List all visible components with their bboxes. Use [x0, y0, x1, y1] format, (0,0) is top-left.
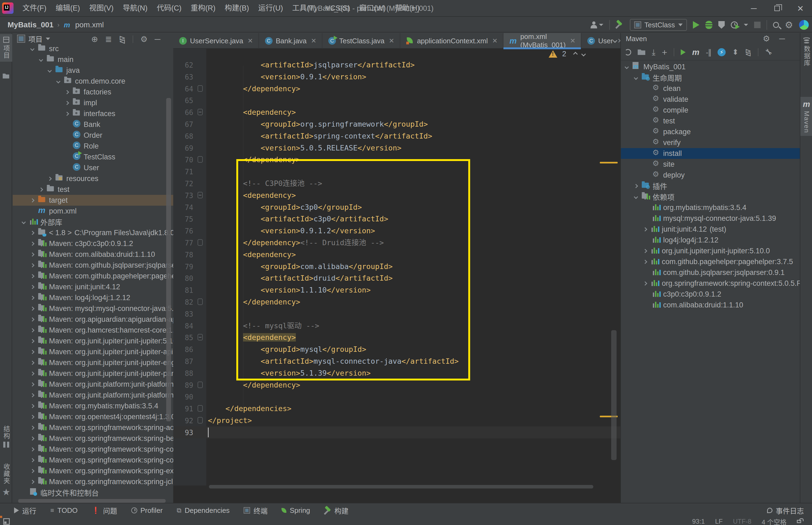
chevron-right-icon[interactable]	[30, 317, 35, 321]
project-tree-row[interactable]: Maven: org.springframework:spring-conte	[13, 444, 173, 455]
tool-window-button-0[interactable]: 运行	[14, 506, 36, 515]
chevron-down-icon[interactable]	[30, 47, 35, 51]
editor-tab-bank-java[interactable]: CBank.java✕	[259, 33, 322, 49]
chevron-right-icon[interactable]	[30, 339, 35, 343]
fold-marker-icon[interactable]	[198, 299, 203, 305]
user-account-button[interactable]	[590, 21, 603, 28]
chevron-right-icon[interactable]	[48, 177, 52, 181]
maven-reload-icon[interactable]	[625, 49, 631, 56]
menu-item-5[interactable]: 重构(R)	[186, 0, 220, 16]
maven-skip-tests-icon[interactable]: -∥	[706, 48, 711, 57]
restore-button[interactable]	[765, 0, 789, 17]
chevron-right-icon[interactable]	[30, 263, 35, 267]
project-tree-row[interactable]: CRole	[13, 141, 173, 152]
editor-tab-testclass-java[interactable]: CTestClass.java✕	[322, 33, 400, 49]
chevron-right-icon[interactable]	[30, 436, 35, 440]
stripe-tab-database[interactable]: 数据库	[802, 38, 811, 66]
chevron-right-icon[interactable]	[643, 281, 647, 285]
maven-tree-row[interactable]: ⚙test	[621, 116, 800, 126]
maven-tree-row[interactable]: ⚙compile	[621, 105, 800, 116]
maven-tree-row[interactable]: MyBatis_001	[621, 61, 800, 72]
menu-item-0[interactable]: 文件(F)	[18, 0, 51, 16]
maven-collapse-all-icon[interactable]: ⧎	[745, 48, 751, 56]
maven-tree-row[interactable]: ⚙install	[621, 148, 800, 159]
chevron-right-icon[interactable]	[30, 371, 35, 376]
maven-expand-all-icon[interactable]: ⬍	[732, 48, 738, 56]
stripe-tab-favorites[interactable]: 收藏夹 ★	[1, 463, 11, 497]
project-tree-row[interactable]: Maven: mysql:mysql-connector-java:5.1.3	[13, 303, 173, 314]
search-everywhere-icon[interactable]	[773, 22, 779, 28]
chevron-down-icon[interactable]	[634, 195, 638, 199]
maven-tree-row[interactable]: org.junit.jupiter:junit-jupiter:5.10.0	[621, 245, 800, 256]
tool-window-button-7[interactable]: 构建	[324, 506, 349, 515]
project-tree-row[interactable]: Maven: org.junit.jupiter:junit-jupiter-e…	[13, 357, 173, 368]
chevron-right-icon[interactable]	[30, 415, 35, 419]
chevron-right-icon[interactable]	[30, 328, 35, 332]
close-icon[interactable]: ✕	[389, 37, 394, 45]
build-hammer-icon[interactable]	[616, 21, 624, 29]
close-button[interactable]: ✕	[789, 0, 812, 17]
project-tree-row[interactable]: main	[13, 54, 173, 65]
project-tree-row[interactable]: mpom.xml	[13, 206, 173, 216]
chevron-down-icon[interactable]	[56, 79, 61, 83]
close-icon[interactable]: ✕	[570, 37, 575, 45]
collapse-all-icon[interactable]: ⧎	[119, 35, 125, 43]
expand-all-icon[interactable]: ≣	[105, 35, 112, 43]
run-button[interactable]	[693, 21, 700, 29]
project-tree-row[interactable]: CUser	[13, 162, 173, 173]
project-tree-row[interactable]: Maven: org.junit.platform:junit-platform…	[13, 390, 173, 401]
file-encoding[interactable]: UTF-8	[733, 518, 751, 525]
maven-tree-row[interactable]: log4j:log4j:1.2.12	[621, 235, 800, 245]
chevron-right-icon[interactable]	[30, 447, 35, 451]
project-tree-row[interactable]: Maven: org.junit.jupiter:junit-jupiter-a…	[13, 346, 173, 357]
code-line[interactable]: <version>5.0.5.RELEASE</version>	[208, 142, 402, 154]
menu-item-6[interactable]: 构建(B)	[220, 0, 254, 16]
scrollbar-warning-stripe[interactable]	[600, 162, 618, 163]
project-tree-row[interactable]: factories	[13, 87, 173, 97]
code-line[interactable]: <artifactId>jsqlparser</artifactId>	[208, 59, 415, 71]
menu-item-1[interactable]: 编辑(E)	[51, 0, 85, 16]
fold-marker-icon[interactable]	[198, 85, 203, 92]
fold-marker-icon[interactable]	[198, 417, 203, 423]
next-warning-chevron-icon[interactable]	[582, 52, 586, 56]
project-tree-row[interactable]: src	[13, 43, 173, 54]
project-tree-row[interactable]: Maven: com.alibaba:druid:1.1.10	[13, 249, 173, 260]
menu-item-2[interactable]: 视图(V)	[85, 0, 118, 16]
project-tree-row[interactable]: Maven: log4j:log4j:1.2.12	[13, 292, 173, 303]
chevron-down-icon[interactable]	[39, 57, 43, 62]
code-line[interactable]: </dependency>	[208, 379, 300, 391]
maven-tree-row[interactable]: com.github.pagehelper:pagehelper:3.7.5	[621, 256, 800, 267]
maven-tree-row[interactable]: ⚙package	[621, 126, 800, 137]
tool-window-button-2[interactable]: ❗问题	[92, 506, 117, 515]
menu-item-7[interactable]: 运行(U)	[254, 0, 287, 16]
maven-generate-sources-icon[interactable]	[638, 49, 645, 55]
close-icon[interactable]: ✕	[311, 37, 316, 45]
chevron-right-icon[interactable]	[30, 458, 35, 462]
plugin-brand-icon[interactable]	[799, 20, 809, 30]
project-tree-row[interactable]: 外部库	[13, 216, 173, 227]
project-tree-row[interactable]: Maven: com.github.jsqlparser:jsqlparser:…	[13, 260, 173, 271]
chevron-right-icon[interactable]	[30, 404, 35, 408]
project-tree-row[interactable]: Maven: org.apiguardian:apiguardian-api:1	[13, 314, 173, 325]
fold-marker-icon[interactable]	[198, 156, 203, 163]
project-tree-row[interactable]: Maven: c3p0:c3p0:0.9.1.2	[13, 238, 173, 249]
project-tree-row[interactable]: Maven: org.junit.jupiter:junit-jupiter-p…	[13, 368, 173, 379]
chevron-right-icon[interactable]	[634, 184, 638, 188]
maven-offline-icon[interactable]: ⚡	[718, 48, 726, 56]
maven-tree-row[interactable]: com.alibaba:druid:1.1.10	[621, 300, 800, 311]
project-tree-row[interactable]: target	[13, 195, 173, 206]
code-line[interactable]: </dependencies>	[208, 403, 291, 415]
project-tree-row[interactable]: < 1.8 >C:\Program Files\Java\jdk1.8.0_16	[13, 227, 173, 238]
maven-hide-icon[interactable]: ─	[779, 35, 785, 43]
project-tree-row[interactable]: com.demo.core	[13, 76, 173, 87]
maven-settings-gear-icon[interactable]: ⚙	[763, 35, 770, 43]
tool-window-button-5[interactable]: 终端	[244, 506, 267, 515]
chevron-right-icon[interactable]	[30, 360, 35, 365]
chevron-right-icon[interactable]	[643, 259, 647, 264]
project-tree-row[interactable]: Maven: org.springframework:spring-core:	[13, 455, 173, 465]
chevron-right-icon[interactable]	[30, 469, 35, 473]
chevron-right-icon[interactable]	[30, 198, 35, 202]
breadcrumb-project[interactable]: MyBatis_001	[7, 20, 54, 29]
chevron-right-icon[interactable]	[65, 111, 69, 116]
project-tree-row[interactable]: CBank	[13, 119, 173, 130]
